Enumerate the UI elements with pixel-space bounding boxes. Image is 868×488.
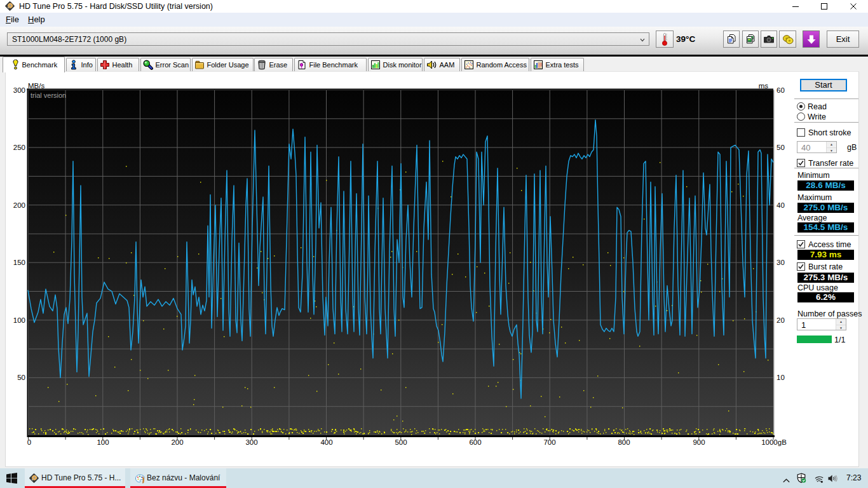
- svg-text:200: 200: [13, 201, 25, 209]
- svg-text:0: 0: [27, 438, 31, 446]
- svg-text:1000gB: 1000gB: [761, 438, 787, 446]
- svg-text:10: 10: [776, 374, 785, 381]
- svg-text:900: 900: [693, 438, 705, 446]
- svg-text:400: 400: [320, 438, 332, 446]
- svg-text:40: 40: [776, 201, 785, 209]
- svg-text:20: 20: [776, 316, 785, 324]
- svg-text:200: 200: [171, 438, 183, 446]
- svg-text:800: 800: [618, 438, 630, 446]
- svg-text:50: 50: [17, 374, 25, 381]
- svg-text:600: 600: [469, 438, 481, 446]
- svg-text:30: 30: [776, 259, 785, 266]
- svg-text:300: 300: [245, 438, 257, 446]
- svg-text:50: 50: [776, 144, 785, 151]
- svg-text:700: 700: [543, 438, 555, 446]
- svg-text:300: 300: [13, 86, 25, 94]
- svg-text:250: 250: [13, 144, 25, 151]
- svg-text:trial version: trial version: [31, 92, 66, 99]
- svg-text:ms: ms: [759, 82, 769, 90]
- svg-text:MB/s: MB/s: [28, 82, 44, 90]
- svg-text:60: 60: [776, 86, 785, 94]
- svg-text:500: 500: [395, 438, 407, 446]
- svg-text:100: 100: [97, 438, 109, 446]
- svg-text:100: 100: [13, 316, 25, 324]
- svg-text:150: 150: [13, 259, 25, 266]
